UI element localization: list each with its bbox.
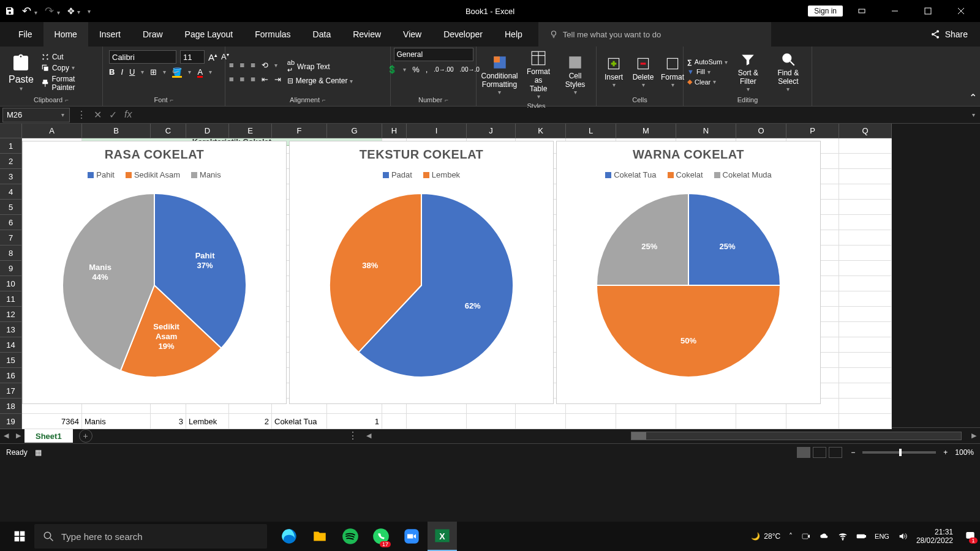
- cell[interactable]: [839, 276, 892, 291]
- cell[interactable]: [839, 246, 892, 261]
- redo-icon[interactable]: ↷ ▾: [45, 4, 60, 18]
- currency-icon[interactable]: 💲: [387, 65, 397, 74]
- tab-next-icon[interactable]: ▶: [12, 432, 24, 440]
- tray-expand-icon[interactable]: ˄: [789, 532, 793, 541]
- align-top-icon[interactable]: ≡: [229, 61, 234, 70]
- cell[interactable]: Manis: [82, 414, 151, 429]
- col-header-N[interactable]: N: [676, 124, 736, 138]
- save-icon[interactable]: [5, 6, 15, 16]
- paste-button[interactable]: Paste ▾: [4, 50, 39, 94]
- menu-developer[interactable]: Developer: [432, 22, 494, 47]
- row-header-14[interactable]: 14: [0, 337, 22, 353]
- cell[interactable]: [839, 414, 892, 429]
- zoom-out-button[interactable]: −: [851, 448, 855, 457]
- hscroll-right-icon[interactable]: ▶: [968, 432, 980, 440]
- zoom-level[interactable]: 100%: [955, 448, 974, 457]
- sort-filter-button[interactable]: Sort & Filter▾: [730, 49, 766, 95]
- cell[interactable]: Lembek: [186, 414, 229, 429]
- cell[interactable]: [839, 261, 892, 276]
- col-header-K[interactable]: K: [516, 124, 566, 138]
- col-header-A[interactable]: A: [22, 124, 82, 138]
- col-header-P[interactable]: P: [786, 124, 839, 138]
- share-button[interactable]: Share: [930, 22, 980, 47]
- cell-styles-button[interactable]: Cell Styles▾: [558, 52, 592, 98]
- cell[interactable]: [839, 154, 892, 169]
- col-header-F[interactable]: F: [272, 124, 327, 138]
- page-break-view-button[interactable]: [829, 447, 842, 458]
- cut-button[interactable]: Cut: [41, 53, 99, 61]
- zoom-in-button[interactable]: +: [943, 448, 948, 457]
- cell[interactable]: [407, 414, 467, 429]
- cell[interactable]: 3: [151, 414, 186, 429]
- notifications-button[interactable]: 1: [965, 531, 975, 542]
- hscroll-left-icon[interactable]: ◀: [363, 432, 375, 440]
- cell[interactable]: [616, 414, 676, 429]
- file-explorer-icon[interactable]: [305, 522, 334, 551]
- row-header-6[interactable]: 6: [0, 215, 22, 230]
- autosum-button[interactable]: ∑ AutoSum ▾: [687, 58, 728, 66]
- fx-icon[interactable]: fx: [124, 109, 132, 121]
- find-select-button[interactable]: Find & Select▾: [769, 49, 808, 95]
- close-button[interactable]: [947, 1, 975, 21]
- orientation-icon[interactable]: ⟲: [262, 61, 268, 70]
- cell[interactable]: 1: [327, 414, 382, 429]
- cell[interactable]: [839, 383, 892, 399]
- start-button[interactable]: [5, 522, 34, 551]
- onedrive-icon[interactable]: [820, 531, 829, 541]
- menu-help[interactable]: Help: [494, 22, 533, 47]
- wifi-icon[interactable]: [838, 531, 848, 541]
- edge-icon[interactable]: [274, 522, 304, 551]
- row-header-3[interactable]: 3: [0, 169, 22, 184]
- horizontal-scrollbar[interactable]: [631, 432, 962, 440]
- whatsapp-icon[interactable]: 17: [366, 522, 396, 551]
- menu-file[interactable]: File: [7, 22, 43, 47]
- cell[interactable]: [839, 138, 892, 154]
- wrap-text-button[interactable]: ab↵ Wrap Text: [287, 59, 353, 74]
- cell[interactable]: [839, 169, 892, 184]
- format-table-button[interactable]: Format as Table▾: [521, 48, 556, 102]
- border-button[interactable]: ⊞: [150, 67, 157, 77]
- clock[interactable]: 21:31 28/02/2022: [916, 528, 957, 545]
- cell[interactable]: [839, 307, 892, 322]
- align-right-icon[interactable]: ≡: [251, 75, 255, 84]
- col-header-H[interactable]: H: [382, 124, 407, 138]
- italic-button[interactable]: I: [121, 67, 123, 77]
- taskbar-search[interactable]: Type here to search: [34, 524, 267, 549]
- ribbon-display-icon[interactable]: [848, 1, 876, 21]
- menu-page-layout[interactable]: Page Layout: [174, 22, 244, 47]
- col-header-J[interactable]: J: [467, 124, 516, 138]
- cells-grid[interactable]: 7364Manis3Lembek2Cokelat Tua1Karakterist…: [22, 138, 892, 429]
- menu-data[interactable]: Data: [302, 22, 342, 47]
- row-header-4[interactable]: 4: [0, 184, 22, 200]
- col-header-I[interactable]: I: [407, 124, 467, 138]
- menu-view[interactable]: View: [392, 22, 432, 47]
- tellme-search[interactable]: Tell me what you want to do: [538, 22, 771, 47]
- collapse-ribbon-button[interactable]: ⌃: [965, 47, 980, 106]
- col-header-L[interactable]: L: [566, 124, 616, 138]
- normal-view-button[interactable]: [797, 447, 810, 458]
- row-header-17[interactable]: 17: [0, 383, 22, 399]
- touch-mode-icon[interactable]: ✥ ▾: [67, 6, 80, 16]
- cell[interactable]: [839, 337, 892, 353]
- chart-tekstur-cokelat[interactable]: TEKSTUR COKELATPadatLembek62%38%: [289, 141, 554, 404]
- font-name-input[interactable]: [109, 50, 176, 64]
- cell[interactable]: 7364: [22, 414, 82, 429]
- name-box[interactable]: [2, 108, 70, 122]
- fill-button[interactable]: ▼ Fill ▾: [687, 68, 728, 75]
- decrease-indent-icon[interactable]: ⇤: [262, 75, 268, 84]
- row-header-12[interactable]: 12: [0, 307, 22, 322]
- cell[interactable]: [839, 200, 892, 215]
- format-cells-button[interactable]: Format▾: [659, 53, 686, 91]
- menu-draw[interactable]: Draw: [132, 22, 174, 47]
- cell[interactable]: [839, 368, 892, 383]
- delete-cells-button[interactable]: Delete▾: [630, 53, 657, 91]
- weather-widget[interactable]: 🌙28°C: [751, 532, 780, 541]
- minimize-button[interactable]: [881, 1, 909, 21]
- col-header-D[interactable]: D: [186, 124, 229, 138]
- align-middle-icon[interactable]: ≡: [240, 61, 245, 70]
- spotify-icon[interactable]: [336, 522, 365, 551]
- select-all-corner[interactable]: [0, 124, 22, 138]
- formula-options-icon[interactable]: ⋮: [77, 109, 86, 121]
- cancel-formula-icon[interactable]: ✕: [94, 109, 102, 121]
- format-painter-button[interactable]: Format Painter: [41, 75, 99, 92]
